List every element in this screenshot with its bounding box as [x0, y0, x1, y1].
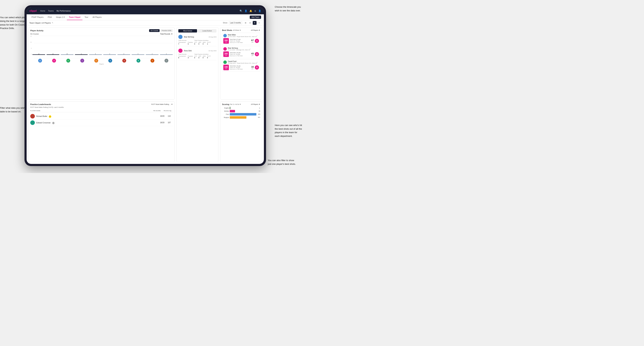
chart-filter[interactable]: Total Rounds ▼: [160, 33, 173, 35]
shot-details-2: 198 SG Shot Dist: 16 yds Start Lie: Roug…: [223, 65, 259, 70]
shot-text-0: Shot Dist: 67 yds Start Lie: Rough End L…: [230, 39, 250, 43]
practice-player-name-col-1: Edward Crossman 2: [36, 121, 159, 124]
practice-player-name-col-0: Richard Butler 1: [36, 114, 159, 118]
practice-filter[interactable]: PUTT Must Make Putting ... ▼: [152, 103, 173, 105]
plus-icon[interactable]: ⊕: [254, 9, 256, 12]
y-label-15: 15: [30, 36, 32, 37]
tab-team-clippd[interactable]: Team Clippd: [67, 14, 82, 20]
view-icon-card[interactable]: ♥: [253, 21, 256, 25]
shot-num-0: 67: [251, 39, 254, 42]
nav-link-teams[interactable]: Teams: [48, 10, 54, 12]
chart-section-title: On Course: [30, 33, 160, 35]
player-avatars-row: B R D J E G R M E C: [30, 59, 173, 63]
sb-bar-wrap-3: [230, 116, 256, 119]
nav-bar: clippd Home Teams My Performance 🔍 👤 🔔 ⊕…: [26, 7, 264, 14]
nav-link-myperformance[interactable]: My Performance: [56, 10, 71, 12]
show-select[interactable]: Last 3 months: [229, 21, 242, 24]
main-content: Player Activity On Course Practice Drill…: [26, 25, 264, 164]
shot-num-1: 43: [251, 52, 254, 55]
shot-chevron-2[interactable]: ›: [257, 61, 258, 63]
avatar-item-4: E: [90, 59, 102, 63]
practice-player-name-1: Edward Crossman: [36, 122, 50, 124]
middle-panel: Most Active Least Active Blair McHarg 26…: [176, 27, 218, 162]
table-header: PLAYER NAME PB SCORE PB AVG SQ: [30, 109, 173, 112]
shot-dist-0: Shot Dist: 67 yds: [230, 39, 250, 40]
scoring-title: Scoring: [222, 103, 229, 105]
team-title: Team Clippd | 14 Players: [30, 22, 51, 24]
search-icon[interactable]: 🔍: [240, 9, 242, 12]
avatar-7: M: [136, 59, 140, 63]
avatar-item-2: D: [62, 59, 74, 63]
pa-avatar-1: [178, 49, 182, 53]
best-shots-card: Best Shots All Shots ▼ All Players ▼: [220, 27, 262, 100]
users-icon[interactable]: 👤: [244, 9, 247, 12]
shot-badge-1: 200 SG: [223, 51, 229, 57]
bs-players-filter[interactable]: All Players ▼: [251, 29, 260, 31]
avatar-9: C: [164, 59, 168, 63]
scoring-bar-0: Eagles 3: [222, 107, 260, 109]
tab-most-active[interactable]: Most Active: [178, 29, 197, 32]
tab-hcaps[interactable]: Hcaps 1-5: [54, 14, 67, 20]
avatar-3: J: [80, 59, 84, 63]
avatars-row: B R D J E G R M E C: [34, 59, 173, 63]
active-tabs: Most Active Least Active: [178, 29, 216, 32]
scoring-filter[interactable]: Par 3, 4 & 5s ▼: [230, 103, 241, 105]
tab-tour[interactable]: Tour: [82, 14, 90, 20]
show-label: Show:: [223, 22, 228, 24]
col-pb-score: PB SCORE: [152, 110, 162, 112]
bell-icon[interactable]: 🔔: [249, 9, 252, 12]
scoring-players-filter[interactable]: All Players ▼: [251, 103, 260, 105]
player-score-0: 19/20: [159, 115, 166, 117]
pa-rounds-0: Total Rounds Tournament7 Practice6: [178, 40, 193, 45]
pa-date-1: 02 Sep 2023: [208, 50, 216, 51]
shot-player-row-0: Matt Miller 09 Jun 2023 · Royal North De…: [223, 34, 259, 37]
y-axis: 15 10 5 0: [30, 36, 32, 55]
shot-player-info-2: David Ford 24 Aug 2023 · Royal North Dev…: [228, 60, 257, 64]
toggle-practice[interactable]: Practice Drills: [160, 29, 173, 32]
view-icon-list[interactable]: ⊞: [244, 21, 248, 25]
avatar-2: D: [66, 59, 70, 63]
activity-card: Player Activity On Course Practice Drill…: [28, 27, 175, 100]
shot-end-1: End Lie: In The Hole: [230, 55, 250, 57]
shot-item-1[interactable]: Blair McHarg 23 Jul 2023 · Ashridge GC, …: [222, 46, 260, 58]
avatar-6: R: [122, 59, 126, 63]
shot-chevron-1[interactable]: ›: [250, 48, 250, 50]
practice-header: Practice Leaderboards PUTT Must Make Put…: [30, 103, 173, 105]
shot-item-2[interactable]: David Ford 24 Aug 2023 · Royal North Dev…: [222, 59, 260, 71]
scoring-bar-2: Pars 499: [222, 113, 260, 116]
sb-label-1: Birdies: [222, 110, 229, 112]
avatar-item-7: M: [132, 59, 144, 63]
edit-icon[interactable]: ✎: [52, 22, 53, 24]
sb-bar-fill-1: [230, 110, 235, 112]
tablet-screen: clippd Home Teams My Performance 🔍 👤 🔔 ⊕…: [26, 7, 264, 164]
shot-player-row-1: Blair McHarg 23 Jul 2023 · Ashridge GC, …: [223, 47, 259, 51]
sb-label-0: Eagles: [222, 107, 229, 109]
add-team-button[interactable]: Add Team: [250, 15, 261, 19]
toggle-on-course[interactable]: On Course: [149, 29, 160, 32]
shot-player-name-0: Matt Miller: [228, 34, 257, 36]
shot-chevron-0[interactable]: ›: [257, 34, 258, 37]
bs-shots-filter[interactable]: All Shots ▼: [233, 29, 241, 31]
sb-value-0: 3: [259, 107, 260, 109]
shot-end-0: End Lie: In The Hole: [230, 42, 250, 43]
nav-links: Home Teams My Performance: [40, 10, 240, 12]
player-avg-0: 110: [166, 115, 173, 117]
view-icon-settings[interactable]: ≡: [257, 21, 261, 25]
profile-icon[interactable]: 👤: [258, 9, 261, 12]
scoring-card: Scoring Par 3, 4 & 5s ▼ All Players ▼ Ea…: [220, 101, 262, 162]
tab-least-active[interactable]: Least Active: [198, 29, 216, 32]
nav-link-home[interactable]: Home: [40, 10, 45, 12]
shot-item-0[interactable]: Matt Miller 09 Jun 2023 · Royal North De…: [222, 33, 260, 45]
sb-bar-wrap-0: 3: [230, 107, 260, 109]
view-icon-grid[interactable]: ⊟: [248, 21, 252, 25]
sb-value-outside-3: 311: [258, 117, 260, 118]
practice-subtitle: PUTT Must Make Putting (3-6 ft). Last 3 …: [30, 106, 173, 108]
tab-pgat-players[interactable]: PGAT Players: [30, 14, 46, 20]
avatar-item-6: R: [118, 59, 130, 63]
most-active-card: Most Active Least Active Blair McHarg 26…: [176, 27, 218, 162]
tab-pga[interactable]: PGA: [46, 14, 54, 20]
tab-all-players[interactable]: All Players: [90, 14, 104, 20]
pa-date-0: 26 Aug 2023: [208, 36, 216, 38]
player-score-1: 18/20: [159, 122, 166, 124]
sb-bar-fill-3: [230, 116, 246, 119]
